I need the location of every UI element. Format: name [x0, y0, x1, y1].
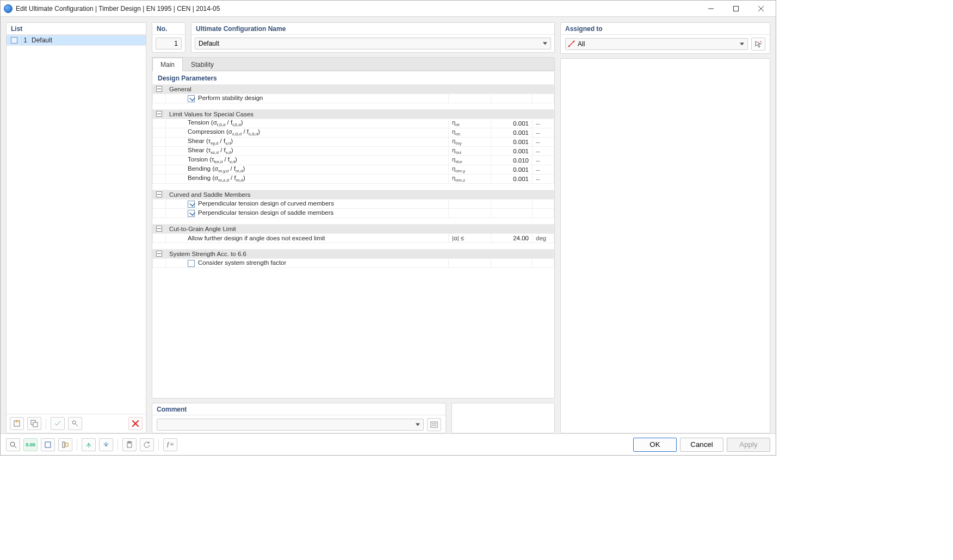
name-input[interactable]	[195, 38, 551, 49]
cell-label: Consider system strength factor	[198, 259, 286, 266]
ok-button[interactable]: OK	[633, 438, 677, 452]
svg-point-21	[10, 442, 15, 446]
svg-rect-23	[45, 442, 51, 447]
pick-members-icon[interactable]	[751, 38, 765, 51]
name-head: Ultimate Configuration Name	[191, 23, 554, 35]
collapse-icon[interactable]	[153, 225, 166, 234]
cell-val[interactable]: 0.001	[491, 128, 533, 138]
cell-label: Torsion (τtor,d / fv,d)	[188, 156, 237, 163]
svg-rect-24	[63, 442, 65, 447]
search-icon[interactable]	[6, 438, 20, 451]
cell-sym: ητxy	[449, 138, 491, 147]
collapse-icon[interactable]	[153, 85, 166, 94]
list-body[interactable]: 1 Default	[7, 35, 146, 414]
row-sys[interactable]: Consider system strength factor	[153, 259, 554, 268]
checkbox-icon[interactable]	[188, 260, 195, 267]
group-cut-title: Cut-to-Grain Angle Limit	[166, 225, 554, 234]
row-limit[interactable]: Tension (σt,0,d / ft,0,d)ησt0.001--	[153, 119, 554, 128]
list-footer	[7, 414, 146, 433]
group-curved-title: Curved and Saddle Members	[166, 190, 554, 200]
group-limits: Limit Values for Special Cases	[153, 110, 554, 119]
reset-icon[interactable]	[140, 438, 154, 451]
export-icon[interactable]	[82, 438, 96, 451]
no-input[interactable]	[156, 38, 182, 49]
import-icon[interactable]	[99, 438, 113, 451]
svg-rect-29	[128, 441, 131, 443]
assigned-combo[interactable]	[565, 38, 748, 50]
clipboard-icon[interactable]	[122, 438, 137, 451]
cell-label: Shear (τxy,d / fv,d)	[188, 138, 233, 144]
comment-combo[interactable]	[157, 419, 424, 431]
cell-val[interactable]: 24.00	[491, 234, 533, 243]
collapse-icon[interactable]	[153, 110, 166, 119]
svg-line-10	[75, 424, 78, 426]
svg-line-2	[758, 6, 764, 11]
list-head: List	[7, 23, 146, 35]
list-row[interactable]: 1 Default	[7, 35, 146, 46]
profile-icon[interactable]	[58, 438, 72, 451]
cell-label: Bending (σm,z,d / fm,d)	[188, 175, 245, 181]
units-icon[interactable]: 0.00	[23, 438, 38, 451]
cell-val[interactable]: 0.001	[491, 147, 533, 156]
tools-icon[interactable]	[68, 417, 82, 430]
name-panel: Ultimate Configuration Name	[191, 22, 555, 53]
cell-sym: ητxz	[449, 147, 491, 156]
cell-val[interactable]: 0.010	[491, 156, 533, 165]
cell-label: Perpendicular tension design of saddle m…	[198, 209, 333, 216]
delete-icon[interactable]	[128, 417, 143, 430]
check-tree-icon[interactable]	[51, 417, 65, 430]
cell-sym: ησm,y	[449, 165, 491, 175]
name-combo[interactable]	[195, 38, 551, 49]
row-limit[interactable]: Shear (τxz,d / fv,d)ητxz0.001--	[153, 147, 554, 156]
svg-point-18	[573, 41, 575, 42]
cell-val[interactable]: 0.001	[491, 138, 533, 147]
window-title: Edit Ultimate Configuration | Timber Des…	[16, 5, 220, 13]
row-curved-1[interactable]: Perpendicular tension design of curved m…	[153, 200, 554, 209]
collapse-icon[interactable]	[153, 190, 166, 200]
row-perform-stability[interactable]: Perform stability design	[153, 94, 554, 103]
checkbox-icon[interactable]	[188, 210, 195, 217]
close-button[interactable]	[748, 1, 773, 16]
collapse-icon[interactable]	[153, 250, 166, 259]
row-limit[interactable]: Compression (σc,0,d / fc,0,d)ησc0.001--	[153, 128, 554, 138]
cell-sym: |α| ≤	[449, 234, 491, 243]
row-limit[interactable]: Torsion (τtor,d / fv,d)ητtor0.010--	[153, 156, 554, 165]
comment-head: Comment	[152, 403, 445, 415]
row-limit[interactable]: Shear (τxy,d / fv,d)ητxy0.001--	[153, 138, 554, 147]
cell-label: Compression (σc,0,d / fc,0,d)	[188, 128, 260, 135]
row-limit[interactable]: Bending (σm,z,d / fm,d)ησm,z0.001--	[153, 175, 554, 184]
cell-unit: --	[533, 138, 554, 147]
checkbox-icon[interactable]	[188, 201, 195, 208]
cell-unit: --	[533, 147, 554, 156]
svg-point-17	[568, 46, 570, 47]
new-icon[interactable]	[10, 417, 24, 430]
tab-main[interactable]: Main	[152, 58, 183, 71]
row-curved-2[interactable]: Perpendicular tension design of saddle m…	[153, 209, 554, 218]
design-params-title: Design Parameters	[152, 71, 554, 84]
maximize-button[interactable]	[723, 1, 748, 16]
minimize-button[interactable]	[698, 1, 723, 16]
comment-input[interactable]	[157, 419, 424, 431]
function-icon[interactable]: ƒ≡	[163, 438, 177, 451]
cell-label: Tension (σt,0,d / ft,0,d)	[188, 119, 243, 126]
list-row-num: 1	[22, 36, 29, 44]
row-cut[interactable]: Allow further design if angle does not e…	[153, 234, 554, 243]
assigned-head: Assigned to	[561, 23, 770, 35]
cell-sym: ητtor	[449, 156, 491, 165]
cell-val[interactable]: 0.001	[491, 119, 533, 128]
copy-icon[interactable]	[27, 417, 41, 430]
checkbox-icon[interactable]	[188, 95, 195, 102]
row-limit[interactable]: Bending (σm,y,d / fm,d)ησm,y0.001--	[153, 165, 554, 175]
window: Edit Ultimate Configuration | Timber Des…	[0, 0, 776, 456]
cell-val[interactable]: 0.001	[491, 165, 533, 175]
cancel-button[interactable]: Cancel	[680, 438, 723, 452]
assigned-input[interactable]	[565, 38, 748, 50]
tab-stability[interactable]: Stability	[183, 58, 222, 71]
svg-line-20	[760, 41, 762, 43]
rect-icon[interactable]	[41, 438, 55, 451]
cell-val[interactable]: 0.001	[491, 175, 533, 184]
cell-label: Perform stability design	[198, 95, 263, 101]
cell-sym: ησm,z	[449, 175, 491, 184]
comment-library-icon[interactable]	[427, 418, 441, 431]
cell-unit: --	[533, 128, 554, 138]
